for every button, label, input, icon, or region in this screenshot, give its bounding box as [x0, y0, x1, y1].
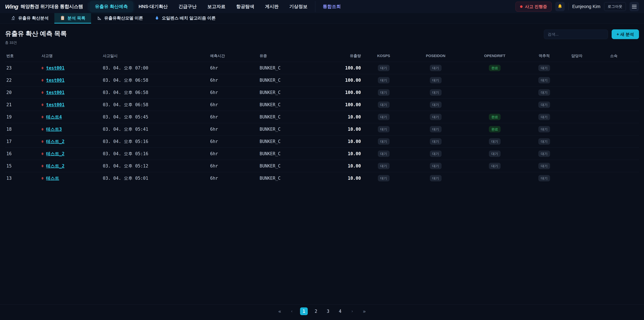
spill-amount: 10.00: [336, 148, 362, 160]
tab-0[interactable]: 유출유 확산분석: [5, 13, 54, 24]
incident-name-link[interactable]: test001: [46, 78, 64, 83]
status-badge: 대기: [538, 65, 550, 71]
kosps-status-cell: 대기: [362, 62, 405, 74]
org-cell: [589, 74, 639, 86]
incident-status-label: 사고 진행중: [525, 4, 547, 10]
last-page-button[interactable]: »: [360, 307, 368, 315]
nav-item-7[interactable]: 통합조회: [315, 1, 346, 12]
opendrift-status-cell: [466, 172, 523, 184]
incident-datetime: 03. 04. 오후 05:45: [102, 111, 209, 123]
oil-type: BUNKER_C: [258, 86, 336, 99]
next-page-button[interactable]: ›: [348, 307, 356, 315]
incident-name-link[interactable]: test001: [46, 90, 64, 95]
spill-amount: 10.00: [336, 172, 362, 184]
page-button-1[interactable]: 1: [300, 307, 308, 315]
tab-2[interactable]: 유출유확산모델 이론: [91, 13, 149, 24]
org-cell: [589, 62, 639, 74]
page-button-2[interactable]: 2: [312, 307, 320, 315]
incident-name-link[interactable]: 테스트3: [46, 126, 62, 132]
page-button-3[interactable]: 3: [324, 307, 332, 315]
droplet-icon: [154, 16, 160, 21]
table-row: 21 test001 03. 04. 오후 06:58 6hr BUNKER_C…: [5, 99, 639, 111]
table-row: 18 테스트3 03. 04. 오후 05:41 6hr BUNKER_C 10…: [5, 123, 639, 135]
nav-divider: [88, 3, 88, 10]
kosps-status-cell: 대기: [362, 99, 405, 111]
notification-bell-button[interactable]: [555, 2, 565, 11]
status-badge: 완료: [489, 114, 500, 120]
status-badge: 대기: [430, 175, 442, 181]
status-badge: 대기: [489, 151, 500, 157]
page-header: 유출유 확산 예측 목록 총 33건 + 새 분석: [5, 29, 639, 45]
status-badge: 대기: [378, 114, 390, 120]
search-input[interactable]: [544, 30, 608, 39]
nav-item-4[interactable]: 항공탐색: [231, 1, 260, 12]
org-cell: [589, 160, 639, 172]
forecast-duration: 6hr: [209, 172, 258, 184]
manager-cell: [565, 74, 589, 86]
status-badge: 대기: [378, 102, 390, 108]
oil-type: BUNKER_C: [258, 148, 336, 160]
row-number: 18: [5, 123, 40, 135]
nav-item-5[interactable]: 게시판: [260, 1, 284, 12]
incident-name-link[interactable]: test001: [46, 102, 64, 107]
spill-amount: 10.00: [336, 111, 362, 123]
incident-name-link[interactable]: 테스트_2: [46, 163, 64, 169]
status-badge: 대기: [489, 163, 500, 169]
backtrack-status-cell: 대기: [523, 74, 565, 86]
table-header-row: 번호사고명사고일시예측시간유종유출량KOSPSPOSEIDONOPENDRIFT…: [5, 50, 639, 62]
column-header-10: 담당자: [565, 50, 589, 62]
status-badge: 대기: [430, 163, 442, 169]
poseidon-status-cell: 대기: [405, 148, 466, 160]
oil-type: BUNKER_C: [258, 135, 336, 148]
oil-type: BUNKER_C: [258, 74, 336, 86]
incident-name-link[interactable]: 테스트_2: [46, 139, 64, 144]
status-badge: 대기: [430, 126, 442, 132]
kosps-status-cell: 대기: [362, 111, 405, 123]
opendrift-status-cell: [466, 99, 523, 111]
row-number: 19: [5, 111, 40, 123]
backtrack-status-cell: 대기: [523, 111, 565, 123]
opendrift-status-cell: 대기: [466, 148, 523, 160]
incident-name-link[interactable]: 테스트_2: [46, 151, 64, 157]
backtrack-status-cell: 대기: [523, 172, 565, 184]
incident-name-link[interactable]: 테스트: [46, 175, 59, 181]
nav-item-2[interactable]: 긴급구난: [173, 1, 202, 12]
status-badge: 대기: [430, 102, 442, 108]
incident-name-cell: 테스트_2: [40, 160, 102, 172]
prediction-table: 번호사고명사고일시예측시간유종유출량KOSPSPOSEIDONOPENDRIFT…: [5, 50, 639, 184]
tab-3[interactable]: 오일펜스 배치 알고리즘 이론: [149, 13, 221, 24]
incident-name-link[interactable]: test001: [46, 66, 64, 71]
incident-dot-icon: [42, 91, 44, 94]
incident-name-link[interactable]: 테스트4: [46, 114, 62, 120]
oil-type: BUNKER_C: [258, 62, 336, 74]
incident-dot-icon: [42, 153, 44, 155]
tab-label: 분석 목록: [68, 15, 85, 21]
poseidon-status-cell: 대기: [405, 99, 466, 111]
poseidon-status-cell: 대기: [405, 160, 466, 172]
set-square-icon: [97, 16, 102, 21]
incident-datetime: 03. 04. 오후 05:41: [102, 123, 209, 135]
wing-logo-icon: Wing: [5, 3, 18, 10]
nav-item-1[interactable]: HNS·대기확산: [133, 1, 173, 12]
spill-amount: 100.00: [336, 74, 362, 86]
opendrift-status-cell: 대기: [466, 160, 523, 172]
poseidon-status-cell: 대기: [405, 172, 466, 184]
new-analysis-button[interactable]: + 새 분석: [612, 29, 639, 39]
status-badge: 대기: [538, 151, 550, 157]
incident-dot-icon: [42, 140, 44, 143]
nav-item-0[interactable]: 유출유 확산예측: [90, 1, 133, 12]
page-button-4[interactable]: 4: [336, 307, 344, 315]
nav-item-3[interactable]: 보고자료: [202, 1, 231, 12]
status-badge: 대기: [378, 126, 390, 132]
org-cell: [589, 111, 639, 123]
nav-item-6[interactable]: 기상정보: [284, 1, 313, 12]
logout-button[interactable]: 로그아웃: [604, 2, 626, 11]
backtrack-status-cell: 대기: [523, 99, 565, 111]
backtrack-status-cell: 대기: [523, 62, 565, 74]
table-row: 15 테스트_2 03. 04. 오후 05:12 6hr BUNKER_C 1…: [5, 160, 639, 172]
first-page-button[interactable]: «: [276, 307, 284, 315]
menu-button[interactable]: [630, 2, 639, 11]
backtrack-status-cell: 대기: [523, 160, 565, 172]
tab-1[interactable]: 분석 목록: [54, 13, 91, 24]
prev-page-button[interactable]: ‹: [288, 307, 296, 315]
